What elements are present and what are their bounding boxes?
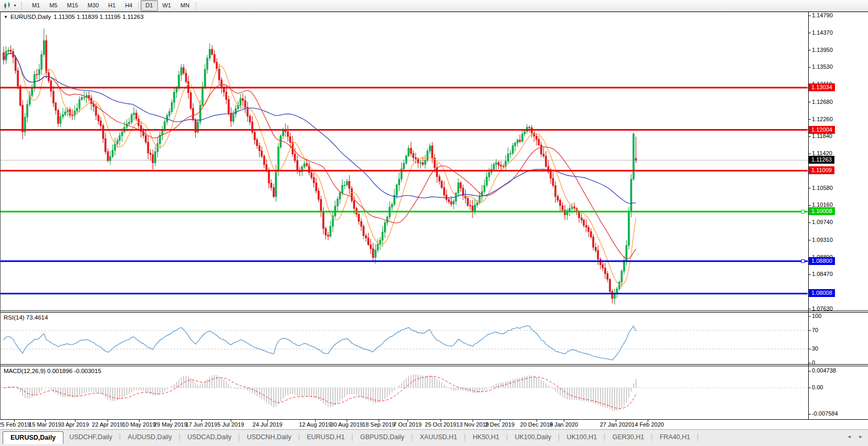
rsi-line xyxy=(4,326,636,360)
tab-separator: │ xyxy=(557,433,561,441)
tab-scroll-right-icon[interactable]: ► xyxy=(859,434,863,439)
chevron-down-icon: ▼ xyxy=(13,4,17,7)
timeframe-button-d1[interactable]: D1 xyxy=(141,0,157,11)
timeframe-button-m30[interactable]: M30 xyxy=(83,0,103,11)
line-handle[interactable] xyxy=(801,260,805,263)
line-handle[interactable] xyxy=(801,210,805,213)
chart-tab-eurusd-daily[interactable]: EURUSD,Daily xyxy=(3,431,63,444)
timeframe-button-h1[interactable]: H1 xyxy=(103,0,120,11)
chart-tab-fra40-h1[interactable]: FRA40,H1 xyxy=(654,430,696,444)
tab-separator: │ xyxy=(350,433,355,441)
candlestick-chart-icon xyxy=(3,2,12,9)
toolbar-separator xyxy=(138,2,139,10)
chart-tab-hk50-h1[interactable]: HK50,H1 xyxy=(467,430,505,444)
chart-canvas[interactable] xyxy=(0,0,868,446)
chart-tab-gbpusd-daily[interactable]: GBPUSD,Daily xyxy=(355,430,410,444)
tab-separator: │ xyxy=(696,433,700,441)
tab-separator: │ xyxy=(463,433,467,441)
timeframe-button-m5[interactable]: M5 xyxy=(45,0,62,11)
tab-separator: │ xyxy=(505,433,509,441)
chart-tab-uk100-daily[interactable]: UK100,Daily xyxy=(509,430,557,444)
chart-tab-ger30-h1[interactable]: GER30,H1 xyxy=(607,430,650,444)
timeframe-button-h4[interactable]: H4 xyxy=(120,0,137,11)
chart-tab-xauusd-h1[interactable]: XAUUSD,H1 xyxy=(414,430,463,444)
chart-tab-usdchf-daily[interactable]: USDCHF,Daily xyxy=(63,430,118,444)
tab-separator: │ xyxy=(650,433,654,441)
tab-scroll-left-icon[interactable]: ◄ xyxy=(847,434,851,439)
rsi-panel[interactable] xyxy=(1,326,808,360)
chart-tab-eurusd-h1[interactable]: EURUSD,H1 xyxy=(301,430,350,444)
timeframe-toolbar: ▼ M1M5M15M30H1H4D1W1MN xyxy=(0,0,868,12)
timeframe-button-w1[interactable]: W1 xyxy=(158,0,176,11)
macd-panel[interactable] xyxy=(1,375,808,411)
tab-separator: │ xyxy=(603,433,607,441)
timeframe-button-m1[interactable]: M1 xyxy=(27,0,45,11)
chart-tab-usdcad-daily[interactable]: USDCAD,Daily xyxy=(181,430,237,444)
chart-tab-usdcnh-daily[interactable]: USDCNH,Daily xyxy=(241,430,297,444)
toolbar-grip[interactable] xyxy=(21,2,24,9)
tab-separator: │ xyxy=(178,433,182,441)
chart-tab-audusd-daily[interactable]: AUDUSD,Daily xyxy=(122,430,178,444)
chart-tab-bar: EURUSD,DailyUSDCHF,Daily│AUDUSD,Daily│US… xyxy=(0,429,868,446)
timeframe-button-m15[interactable]: M15 xyxy=(62,0,83,11)
timeframe-button-mn[interactable]: MN xyxy=(176,0,194,11)
mt4-terminal: { "toolbar": { "dropdown_caret": "▼", "t… xyxy=(0,0,868,446)
tab-separator: │ xyxy=(410,433,414,441)
chart-mode-button[interactable]: ▼ xyxy=(0,1,19,10)
candles xyxy=(3,28,637,304)
tab-separator: │ xyxy=(297,433,301,441)
tab-separator: │ xyxy=(237,433,241,441)
price-panel[interactable] xyxy=(1,28,808,304)
chart-tab-uk100-h1[interactable]: UK100,H1 xyxy=(561,430,603,444)
tab-separator: │ xyxy=(118,433,122,441)
toolbar-separator xyxy=(196,2,196,10)
